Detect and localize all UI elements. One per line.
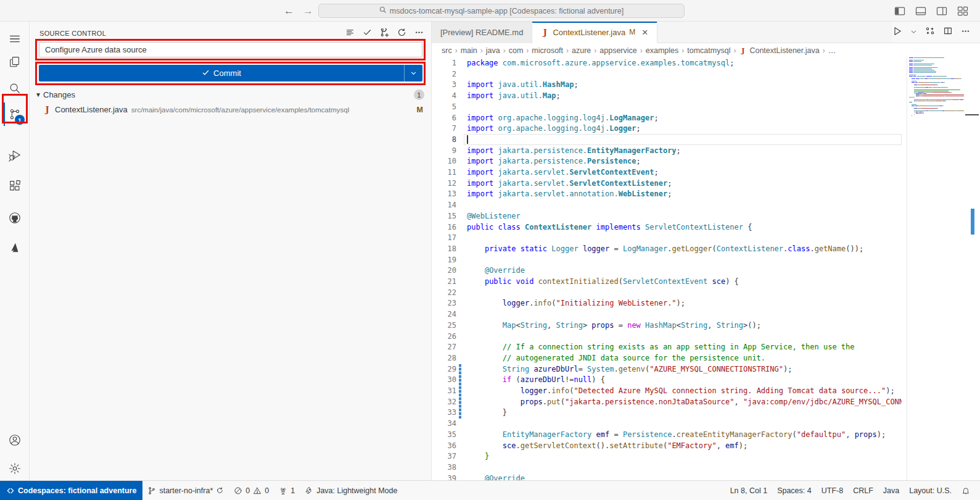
breadcrumb-item--[interactable]: … [828, 46, 836, 55]
activity-bar-item-run-debug[interactable] [0, 143, 30, 167]
commit-button[interactable]: Commit [39, 65, 422, 81]
breadcrumb-item-src[interactable]: src [442, 46, 452, 55]
breadcrumb-item-contextlistener-java[interactable]: JContextListener.java [739, 46, 819, 55]
breadcrumb-item-main[interactable]: main [461, 46, 477, 55]
status-item-crlf[interactable]: CRLF [848, 481, 878, 500]
code-line: 19 [432, 255, 980, 266]
gear-icon [8, 462, 22, 475]
more-actions-icon[interactable] [961, 27, 970, 38]
commit-message-input[interactable] [39, 42, 422, 57]
breadcrumb-item-java[interactable]: java [486, 46, 500, 55]
breadcrumb-item-microsoft[interactable]: microsoft [532, 46, 563, 55]
changed-file-row[interactable]: J ContextListener.java src/main/java/com… [30, 102, 432, 117]
activity-bar-item-github[interactable] [0, 206, 30, 230]
activity-bar-item-menu[interactable] [0, 27, 30, 51]
close-icon[interactable]: ✕ [641, 28, 648, 37]
remote-icon [6, 486, 15, 495]
breadcrumb-item-appservice[interactable]: appservice [599, 46, 636, 55]
code-line-text: import java.util.HashMap; [467, 80, 902, 91]
line-number: 18 [432, 244, 456, 255]
activity-bar-item-settings[interactable] [0, 456, 30, 481]
status-item-layout-u-s-[interactable]: Layout: U.S. [904, 481, 957, 500]
code-line-text: @WebListener [467, 211, 902, 222]
open-changes-icon[interactable] [925, 26, 935, 38]
create-branch-icon[interactable] [380, 28, 389, 40]
breadcrumb-item-examples[interactable]: examples [646, 46, 679, 55]
check-icon[interactable] [363, 28, 372, 40]
refresh-icon[interactable] [397, 28, 406, 40]
line-number: 34 [432, 419, 456, 430]
code-line: 30 if (azureDbUrl!=null) { [432, 375, 980, 386]
code-line-text: package com.microsoft.azure.appservice.e… [467, 58, 902, 69]
code-line-text: Map<String, String> props = new HashMap<… [467, 320, 902, 331]
back-arrow-icon[interactable]: ← [284, 5, 294, 17]
view-as-list-icon[interactable] [345, 28, 355, 40]
toggle-secondary-sidebar-icon[interactable] [936, 5, 948, 17]
customize-layout-icon[interactable] [957, 5, 969, 17]
line-number: 2 [432, 69, 456, 80]
status-item-java[interactable]: Java [878, 481, 904, 500]
command-center[interactable]: msdocs-tomcat-mysql-sample-app [Codespac… [318, 4, 685, 18]
line-number: 38 [432, 462, 456, 473]
status-item-utf-8[interactable]: UTF-8 [817, 481, 848, 500]
check-icon [202, 69, 210, 78]
more-actions-icon[interactable] [414, 28, 424, 40]
status-item-0-0[interactable]: 00 [229, 481, 274, 500]
chevron-down-icon[interactable] [910, 27, 917, 38]
status-bar: Codespaces: fictional adventurestarter-n… [0, 480, 980, 500]
breadcrumb-separator: › [565, 46, 570, 55]
modified-status-badge: M [417, 106, 423, 114]
forward-arrow-icon[interactable]: → [303, 5, 313, 17]
breadcrumb-item-tomcatmysql[interactable]: tomcatmysql [687, 46, 730, 55]
activity-bar-item-account[interactable] [0, 428, 30, 452]
code-line: 8 [432, 135, 980, 146]
activity-bar-item-search[interactable] [0, 76, 30, 101]
toggle-primary-sidebar-icon[interactable] [894, 5, 906, 17]
breadcrumb-item-com[interactable]: com [509, 46, 524, 55]
status-item-codespaces-fictional-adventure[interactable]: Codespaces: fictional adventure [0, 481, 142, 500]
code-line-text: import jakarta.servlet.ServletContextLis… [467, 178, 902, 190]
code-line: 28 // autogenerated JNDI data source for… [432, 353, 980, 364]
code-line: 31 logger.info("Detected Azure MySQL con… [432, 386, 980, 397]
changes-section-header[interactable]: ▼ Changes 1 [30, 88, 432, 102]
line-number: 37 [432, 451, 456, 462]
line-number: 10 [432, 156, 456, 167]
tab-contextlistener[interactable]: J ContextListener.java M ✕ [532, 22, 657, 43]
status-item-bell-icon[interactable] [957, 481, 975, 500]
activity-bar-item-azure[interactable] [0, 235, 30, 260]
line-number: 32 [432, 397, 456, 408]
tab-readme[interactable]: [Preview] README.md [432, 22, 532, 43]
code-editor[interactable]: 1package com.microsoft.azure.appservice.… [432, 57, 980, 480]
status-item-ln-8-col-1[interactable]: Ln 8, Col 1 [725, 481, 772, 500]
status-item-1[interactable]: 1 [274, 481, 300, 500]
line-number: 35 [432, 430, 456, 441]
code-line: 34 [432, 419, 980, 430]
line-number: 9 [432, 146, 456, 157]
line-number: 6 [432, 113, 456, 124]
status-item-spaces-4[interactable]: Spaces: 4 [772, 481, 817, 500]
commit-dropdown-chevron[interactable] [404, 65, 422, 81]
run-icon[interactable] [892, 26, 902, 39]
activity-bar-item-extensions[interactable] [0, 173, 30, 198]
breadcrumb: src›main›java›com›microsoft›azure›appser… [432, 44, 980, 57]
status-item-starter-no-infra-[interactable]: starter-no-infra* [142, 481, 229, 500]
code-line-text: props.put("jakarta.persistence.nonJtaDat… [467, 397, 902, 408]
code-line: 7import org.apache.logging.log4j.Logger; [432, 123, 980, 135]
title-bar: ← → msdocs-tomcat-mysql-sample-app [Code… [0, 0, 980, 22]
code-line: 16public class ContextListener implement… [432, 222, 980, 233]
code-line: 12import jakarta.servlet.ServletContextL… [432, 178, 980, 190]
breadcrumb-separator: › [639, 46, 644, 55]
code-line: 3import java.util.HashMap; [432, 80, 980, 91]
line-number: 8 [432, 135, 456, 146]
line-number: 30 [432, 375, 456, 386]
toggle-panel-icon[interactable] [915, 5, 927, 17]
split-editor-icon[interactable] [943, 26, 953, 38]
breadcrumb-item-azure[interactable]: azure [572, 46, 591, 55]
changed-file-path: src/main/java/com/microsoft/azure/appser… [131, 106, 410, 114]
code-line-text: // autogenerated JNDI data source for th… [467, 353, 902, 364]
code-line-text: import java.util.Map; [467, 91, 902, 102]
code-line-text: public class ContextListener implements … [467, 222, 902, 233]
activity-bar-item-explorer[interactable] [0, 49, 30, 74]
line-number: 33 [432, 407, 456, 419]
status-item-java-lightweight-mode[interactable]: Java: Lightweight Mode [300, 481, 402, 500]
